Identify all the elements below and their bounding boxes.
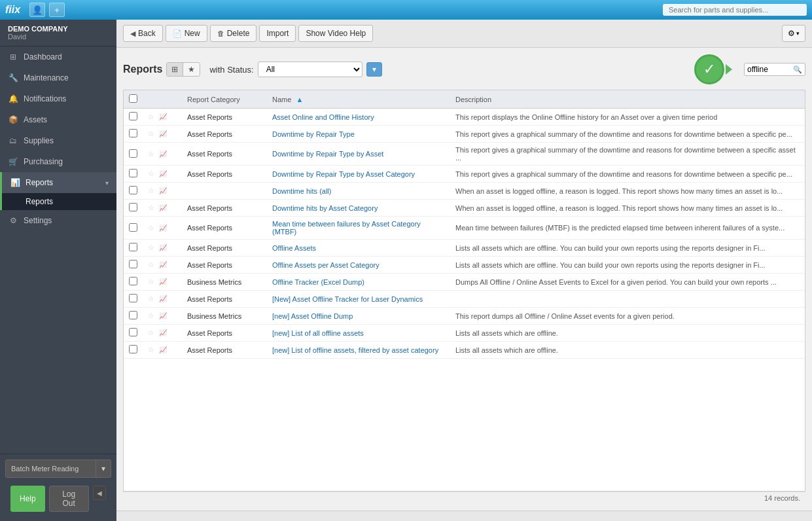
global-search-input[interactable] xyxy=(663,4,807,16)
cell-category: Asset Reports xyxy=(182,166,267,183)
cell-name[interactable]: Downtime hits (all) xyxy=(267,183,450,200)
row-chart-icon[interactable]: 📈 xyxy=(159,329,167,336)
cell-name[interactable]: [New] Asset Offline Tracker for Laser Dy… xyxy=(267,291,450,308)
row-checkbox[interactable] xyxy=(129,129,137,137)
row-chart-icon[interactable]: 📈 xyxy=(159,170,167,177)
row-star-icon[interactable]: ☆ xyxy=(148,130,154,137)
row-chart-icon[interactable]: 📈 xyxy=(159,151,167,158)
sidebar-item-assets[interactable]: 📦 Assets xyxy=(0,109,116,130)
row-checkbox[interactable] xyxy=(129,260,137,268)
table-row: ☆ 📈 Business Metrics Offline Tracker (Ex… xyxy=(124,274,805,291)
row-star-icon[interactable]: ☆ xyxy=(148,243,154,251)
logout-button[interactable]: Log Out xyxy=(49,486,89,512)
cell-name[interactable]: [new] List of offline assets, filtered b… xyxy=(267,342,450,359)
row-chart-icon[interactable]: 📈 xyxy=(159,295,167,302)
sidebar-item-reports[interactable]: 📊 Reports ▾ xyxy=(0,172,116,193)
horizontal-scrollbar[interactable] xyxy=(116,511,812,521)
col-header-name[interactable]: Name ▲ xyxy=(267,90,450,109)
row-star-icon[interactable]: ☆ xyxy=(148,278,154,285)
star-view-btn[interactable]: ★ xyxy=(183,63,200,76)
cell-name[interactable]: Downtime by Repair Type by Asset xyxy=(267,143,450,166)
record-count: 14 records. xyxy=(123,492,805,504)
batch-meter-reading-btn[interactable]: Batch Meter Reading xyxy=(6,461,96,476)
row-star-icon[interactable]: ☆ xyxy=(148,204,154,211)
row-checkbox[interactable] xyxy=(129,169,137,177)
cell-name[interactable]: [new] Asset Offline Dump xyxy=(267,308,450,325)
reports-search-box[interactable]: offline 🔍 xyxy=(744,63,805,76)
row-checkbox[interactable] xyxy=(129,328,137,336)
cell-name[interactable]: Downtime by Repair Type by Asset Categor… xyxy=(267,166,450,183)
row-chart-icon[interactable]: 📈 xyxy=(159,204,167,211)
sidebar-item-dashboard[interactable]: ⊞ Dashboard xyxy=(0,46,116,67)
gear-settings-btn[interactable]: ⚙ ▾ xyxy=(782,25,805,42)
sidebar-item-notifications[interactable]: 🔔 Notifications xyxy=(0,88,116,109)
cell-name[interactable]: Offline Assets xyxy=(267,240,450,257)
import-button[interactable]: Import xyxy=(259,25,296,42)
row-checkbox[interactable] xyxy=(129,223,137,232)
cell-name[interactable]: Offline Tracker (Excel Dump) xyxy=(267,274,450,291)
reports-search-input[interactable]: offline xyxy=(747,65,793,74)
cell-description: This report dumps all Offline / Online A… xyxy=(450,308,805,325)
cell-name[interactable]: [new] List of all offline assets xyxy=(267,325,450,342)
row-star-icon[interactable]: ☆ xyxy=(148,224,154,232)
row-chart-icon[interactable]: 📈 xyxy=(159,261,167,268)
row-chart-icon[interactable]: 📈 xyxy=(159,130,167,137)
row-checkbox[interactable] xyxy=(129,311,137,319)
row-checkbox[interactable] xyxy=(129,112,137,120)
batch-meter-reading-dropdown[interactable]: ▾ xyxy=(96,460,111,477)
row-chart-icon[interactable]: 📈 xyxy=(159,312,167,319)
row-chart-icon[interactable]: 📈 xyxy=(159,346,167,353)
add-icon-btn[interactable]: + xyxy=(49,3,65,17)
row-star-icon[interactable]: ☆ xyxy=(148,187,154,194)
table-row: ☆ 📈 Downtime hits (all) When an asset is… xyxy=(124,183,805,200)
search-icon[interactable]: 🔍 xyxy=(793,65,802,74)
row-checkbox[interactable] xyxy=(129,294,137,302)
delete-button[interactable]: 🗑 Delete xyxy=(210,25,257,42)
sort-icon: ▲ xyxy=(296,96,303,103)
sidebar-subitem-reports[interactable]: Reports xyxy=(0,193,116,210)
help-button[interactable]: Help xyxy=(10,486,45,512)
row-checkbox[interactable] xyxy=(129,186,137,194)
sidebar-item-maintenance[interactable]: 🔧 Maintenance xyxy=(0,67,116,88)
cell-category: Business Metrics xyxy=(182,274,267,291)
row-chart-icon[interactable]: 📈 xyxy=(159,187,167,194)
row-checkbox[interactable] xyxy=(129,243,137,251)
row-chart-icon[interactable]: 📈 xyxy=(159,113,167,120)
new-button[interactable]: 📄 New xyxy=(166,25,207,42)
gear-dropdown-arrow: ▾ xyxy=(796,30,800,37)
row-chart-icon[interactable]: 📈 xyxy=(159,225,167,232)
cell-name[interactable]: Downtime hits by Asset Category xyxy=(267,200,450,217)
status-select[interactable]: All Active Inactive xyxy=(258,62,362,77)
status-label: with Status: xyxy=(209,65,253,75)
row-checkbox[interactable] xyxy=(129,149,137,158)
user-icon-btn[interactable]: 👤 xyxy=(29,3,45,17)
sidebar-item-purchasing[interactable]: 🛒 Purchasing xyxy=(0,151,116,172)
row-star-icon[interactable]: ☆ xyxy=(148,329,154,336)
cell-name[interactable]: Offline Assets per Asset Category xyxy=(267,257,450,274)
sidebar-item-settings[interactable]: ⚙ Settings xyxy=(0,210,116,231)
row-checkbox[interactable] xyxy=(129,345,137,353)
row-star-icon[interactable]: ☆ xyxy=(148,260,154,268)
user-name: David xyxy=(8,33,109,41)
show-video-help-button[interactable]: Show Video Help xyxy=(298,25,373,42)
back-button[interactable]: ◀ Back xyxy=(123,25,163,42)
row-checkbox[interactable] xyxy=(129,277,137,285)
cell-name[interactable]: Downtime by Repair Type xyxy=(267,126,450,143)
select-all-checkbox[interactable] xyxy=(129,94,137,103)
row-checkbox[interactable] xyxy=(129,203,137,211)
grid-view-btn[interactable]: ⊞ xyxy=(167,63,183,76)
cell-name[interactable]: Mean time between failures by Asset Cate… xyxy=(267,217,450,240)
row-star-icon[interactable]: ☆ xyxy=(148,295,154,302)
row-star-icon[interactable]: ☆ xyxy=(148,150,154,158)
row-star-icon[interactable]: ☆ xyxy=(148,113,154,120)
row-chart-icon[interactable]: 📈 xyxy=(159,278,167,285)
row-star-icon[interactable]: ☆ xyxy=(148,312,154,319)
row-star-icon[interactable]: ☆ xyxy=(148,346,154,353)
cell-name[interactable]: Asset Online and Offline History xyxy=(267,109,450,126)
status-dropdown-btn[interactable]: ▾ xyxy=(366,62,382,77)
sidebar-collapse-btn[interactable]: ◀ xyxy=(93,486,106,500)
row-chart-icon[interactable]: 📈 xyxy=(159,244,167,251)
sidebar-item-supplies[interactable]: 🗂 Supplies xyxy=(0,130,116,151)
row-star-icon[interactable]: ☆ xyxy=(148,170,154,177)
maintenance-icon: 🔧 xyxy=(8,73,18,83)
